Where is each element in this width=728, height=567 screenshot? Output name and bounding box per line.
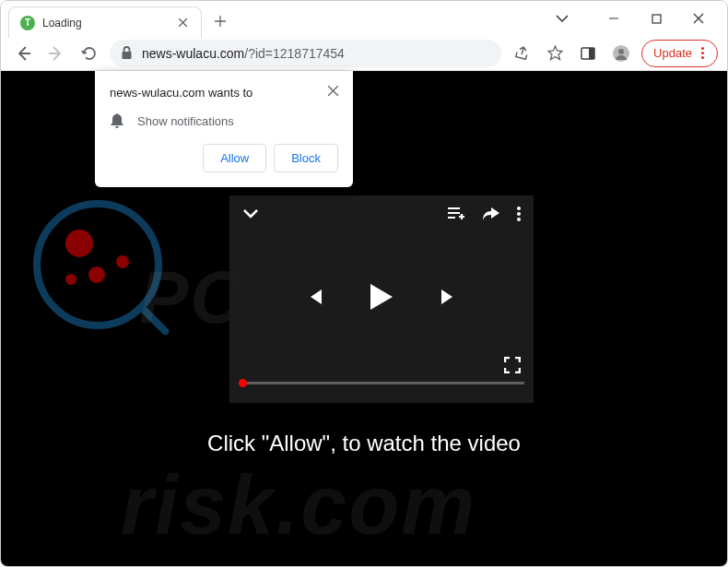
svg-rect-0: [652, 15, 661, 23]
close-button[interactable]: [677, 4, 720, 33]
progress-bar[interactable]: [239, 382, 524, 384]
watermark-text-2: risk.com: [121, 458, 476, 553]
video-player: [229, 195, 534, 403]
instruction-text: Click "Allow", to watch the video: [1, 431, 727, 456]
lock-icon: [121, 46, 133, 60]
fullscreen-button[interactable]: [504, 357, 521, 373]
back-button[interactable]: [10, 41, 36, 66]
more-icon[interactable]: [517, 207, 521, 221]
permission-body: Show notifications: [137, 114, 234, 128]
tab-close-button[interactable]: [175, 16, 190, 30]
share-button[interactable]: [509, 41, 534, 66]
update-label: Update: [653, 46, 692, 60]
next-button[interactable]: [439, 287, 459, 307]
play-button[interactable]: [369, 282, 394, 312]
permission-dialog: news-wulacu.com wants to Show notificati…: [95, 71, 353, 187]
minimize-button[interactable]: [593, 4, 635, 33]
bell-icon: [110, 112, 124, 129]
playlist-add-icon[interactable]: [447, 207, 465, 221]
share-icon[interactable]: [482, 207, 500, 221]
bookmark-button[interactable]: [542, 41, 568, 66]
collapse-icon[interactable]: [242, 208, 259, 219]
window-controls: [541, 1, 727, 36]
tab-title: Loading: [42, 17, 168, 30]
browser-tab[interactable]: T Loading: [8, 6, 202, 38]
svg-rect-1: [123, 52, 132, 59]
progress-handle[interactable]: [239, 379, 247, 387]
previous-button[interactable]: [304, 287, 324, 307]
svg-point-6: [517, 207, 521, 210]
svg-point-7: [517, 212, 521, 216]
reload-button[interactable]: [76, 41, 102, 66]
maximize-button[interactable]: [635, 4, 677, 33]
permission-close-button[interactable]: [328, 86, 338, 96]
menu-icon: [701, 47, 704, 59]
tab-search-button[interactable]: [541, 4, 583, 33]
url-text: news-wulacu.com/?id=1218717454: [142, 46, 490, 61]
background-magnifier-icon: [33, 200, 162, 329]
side-panel-button[interactable]: [575, 41, 601, 66]
allow-button[interactable]: Allow: [203, 144, 266, 172]
block-button[interactable]: Block: [274, 144, 338, 172]
tab-favicon: T: [20, 16, 35, 30]
window-titlebar: T Loading: [1, 1, 727, 36]
forward-button[interactable]: [43, 41, 69, 66]
browser-toolbar: news-wulacu.com/?id=1218717454 Update: [1, 36, 727, 71]
svg-point-5: [618, 49, 624, 54]
permission-title: news-wulacu.com wants to: [110, 86, 252, 100]
page-content: news-wulacu.com wants to Show notificati…: [1, 71, 727, 567]
svg-rect-3: [589, 48, 594, 59]
address-bar[interactable]: news-wulacu.com/?id=1218717454: [110, 40, 501, 67]
svg-point-8: [517, 218, 521, 221]
profile-button[interactable]: [608, 41, 634, 66]
update-button[interactable]: Update: [641, 40, 718, 67]
new-tab-button[interactable]: [207, 8, 233, 34]
